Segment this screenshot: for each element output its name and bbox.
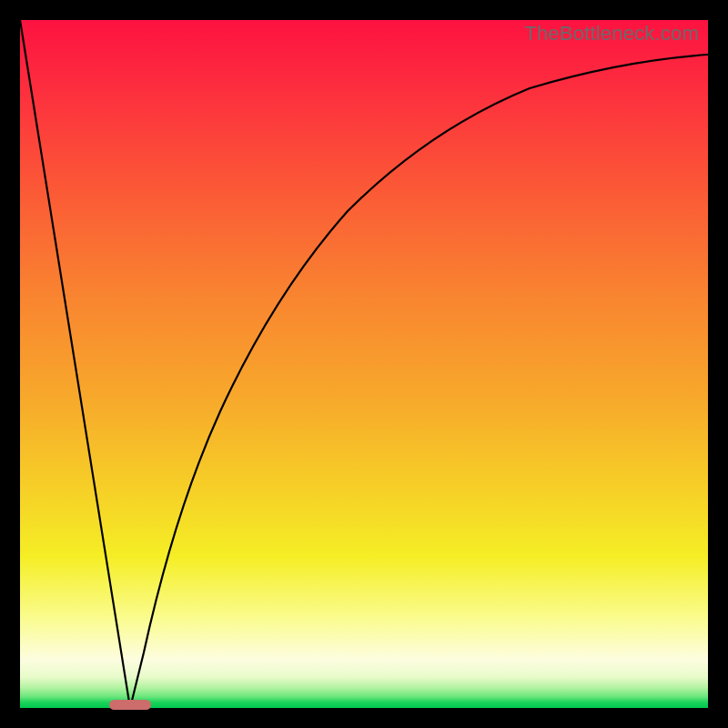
chart-frame: TheBottleneck.com bbox=[0, 0, 728, 728]
curve-right-branch bbox=[130, 55, 708, 708]
plot-area: TheBottleneck.com bbox=[20, 20, 708, 708]
optimal-marker-pill bbox=[109, 700, 151, 710]
curve-left-branch bbox=[20, 20, 130, 708]
bottleneck-curve bbox=[20, 20, 708, 708]
